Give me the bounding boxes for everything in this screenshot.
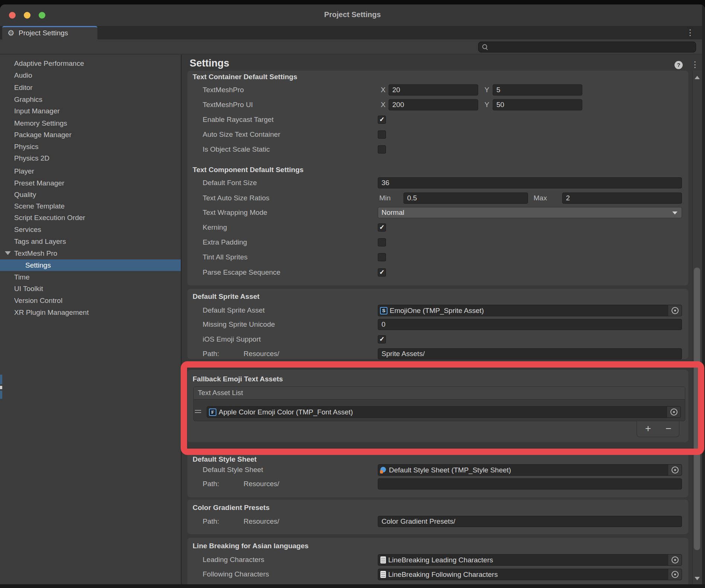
row-label: Leading Characters <box>203 555 264 564</box>
scroll-up-icon[interactable] <box>695 76 700 79</box>
sprite-asset-icon: S <box>380 307 387 314</box>
tab-project-settings[interactable]: ⚙ Project Settings <box>2 26 97 39</box>
sidebar-item-ui-toolkit[interactable]: UI Toolkit <box>0 283 181 294</box>
sidebar-item-package-manager[interactable]: Package Manager <box>0 129 181 140</box>
object-field-value: Default Style Sheet (TMP_Style Sheet) <box>389 466 668 474</box>
panel-menu-icon[interactable]: ⋮ <box>691 61 699 69</box>
sidebar-item-version-control[interactable]: Version Control <box>0 295 181 306</box>
sprite-asset-path-input[interactable]: Sprite Assets/ <box>378 348 682 359</box>
auto-size-checkbox[interactable] <box>378 130 386 139</box>
window-bottom-strip <box>0 584 705 588</box>
help-icon[interactable]: ? <box>675 61 683 69</box>
default-style-sheet-field[interactable]: Default Style Sheet (TMP_Style Sheet) <box>378 464 682 476</box>
search-icon <box>482 44 488 50</box>
tab-strip-menu-icon[interactable]: ⋮ <box>686 29 694 37</box>
path-label: Path: <box>203 479 219 488</box>
sidebar-item-graphics[interactable]: Graphics <box>0 94 181 105</box>
leading-characters-field[interactable]: LineBreaking Leading Characters <box>378 554 682 566</box>
row-label: iOS Emoji Support <box>203 335 261 344</box>
object-picker-icon[interactable] <box>668 569 682 580</box>
path-prefix: Resources/ <box>244 349 279 358</box>
sidebar-item-adaptive-performance[interactable]: Adaptive Performance <box>0 58 181 69</box>
x-axis-label: X <box>381 100 386 109</box>
path-label: Path: <box>203 349 219 358</box>
foldout-arrow-icon[interactable] <box>5 251 11 255</box>
row-label: Text Auto Size Ratios <box>203 194 270 203</box>
text-asset-icon <box>380 571 386 578</box>
enable-raycast-checkbox[interactable]: ✓ <box>378 116 386 124</box>
extra-padding-checkbox[interactable] <box>378 238 386 246</box>
section-title: Text Container Default Settings <box>193 72 297 81</box>
max-ratio-input[interactable]: 2 <box>562 193 682 204</box>
textmeshpro-ui-x-input[interactable]: 200 <box>389 99 478 110</box>
object-picker-icon[interactable] <box>668 465 682 475</box>
section-title: Color Gradient Presets <box>193 503 270 512</box>
row-label: Default Font Size <box>203 178 257 187</box>
annotation-highlight-box <box>181 361 704 455</box>
default-sprite-asset-field[interactable]: S EmojiOne (TMP_Sprite Asset) <box>378 305 682 316</box>
min-ratio-input[interactable]: 0.5 <box>403 193 528 204</box>
y-axis-label: Y <box>485 85 489 94</box>
row-label: Text Wrapping Mode <box>203 208 267 217</box>
gradient-path-input[interactable]: Color Gradient Presets/ <box>378 516 682 527</box>
kerning-checkbox[interactable]: ✓ <box>378 223 386 232</box>
scale-static-checkbox[interactable] <box>378 145 386 154</box>
sidebar-item-physics[interactable]: Physics <box>0 141 181 152</box>
sidebar-item-settings-selected[interactable]: Settings <box>0 259 181 271</box>
sidebar-divider <box>181 55 182 588</box>
sidebar-item-preset-manager[interactable]: Preset Manager <box>0 177 181 189</box>
page-title: Settings <box>190 58 229 69</box>
row-label: Following Characters <box>203 570 269 579</box>
style-sheet-path-input[interactable] <box>378 478 682 490</box>
sidebar-item-editor[interactable]: Editor <box>0 82 181 93</box>
row-label: Kerning <box>203 223 227 232</box>
background-window-fragment <box>0 375 2 384</box>
sidebar-item-script-execution-order[interactable]: Script Execution Order <box>0 212 181 223</box>
section-title: Default Style Sheet <box>193 455 257 464</box>
sidebar-item-scene-template[interactable]: Scene Template <box>0 200 181 212</box>
section-title: Line Breaking for Asian languages <box>193 542 309 550</box>
sidebar-item-input-manager[interactable]: Input Manager <box>0 105 181 117</box>
sidebar-item-time[interactable]: Time <box>0 271 181 283</box>
chevron-down-icon <box>672 211 677 214</box>
sidebar-item-xr-plugin-management[interactable]: XR Plugin Management <box>0 307 181 318</box>
section-title: Text Component Default Settings <box>193 165 303 174</box>
sidebar-item-player[interactable]: Player <box>0 165 181 177</box>
section-title: Default Sprite Asset <box>193 292 260 301</box>
textmeshpro-x-input[interactable]: 20 <box>389 84 478 96</box>
row-label: Default Style Sheet <box>203 465 263 474</box>
x-axis-label: X <box>381 85 386 94</box>
textmeshpro-y-input[interactable]: 5 <box>493 84 582 96</box>
textmeshpro-ui-y-input[interactable]: 50 <box>493 99 582 110</box>
tab-label: Project Settings <box>19 29 68 37</box>
tint-sprites-checkbox[interactable] <box>378 253 386 261</box>
search-input[interactable] <box>478 42 696 52</box>
tab-strip <box>0 26 705 39</box>
object-field-value: LineBreaking Following Characters <box>388 571 668 579</box>
row-label: Missing Sprite Unicode <box>203 320 275 329</box>
sidebar-item-quality[interactable]: Quality <box>0 189 181 200</box>
row-label: Enable Raycast Target <box>203 115 274 124</box>
object-picker-icon[interactable] <box>668 555 682 565</box>
project-settings-window: Project Settings ⚙ Project Settings ⋮ Ad… <box>0 4 705 588</box>
window-edge-strip <box>702 4 705 588</box>
row-label: Auto Size Text Container <box>203 130 280 139</box>
sidebar-item-memory-settings[interactable]: Memory Settings <box>0 117 181 129</box>
sidebar-item-audio[interactable]: Audio <box>0 70 181 81</box>
parse-escape-checkbox[interactable]: ✓ <box>378 268 386 277</box>
scroll-down-icon[interactable] <box>695 577 700 580</box>
text-wrapping-dropdown[interactable]: Normal <box>378 207 682 218</box>
sidebar-item-textmesh-pro[interactable]: TextMesh Pro <box>0 248 181 259</box>
missing-sprite-unicode-input[interactable]: 0 <box>378 319 682 330</box>
sidebar-item-physics-2d[interactable]: Physics 2D <box>0 152 181 164</box>
default-font-size-input[interactable]: 36 <box>378 177 682 188</box>
sidebar-item-services[interactable]: Services <box>0 224 181 235</box>
row-label: TextMeshPro <box>203 85 244 94</box>
ios-emoji-checkbox[interactable]: ✓ <box>378 335 386 343</box>
following-characters-field[interactable]: LineBreaking Following Characters <box>378 569 682 580</box>
object-picker-icon[interactable] <box>668 305 682 316</box>
style-sheet-icon <box>380 467 387 474</box>
sidebar-item-tags-and-layers[interactable]: Tags and Layers <box>0 236 181 247</box>
min-label: Min <box>379 194 391 203</box>
row-label: Default Sprite Asset <box>203 306 265 315</box>
